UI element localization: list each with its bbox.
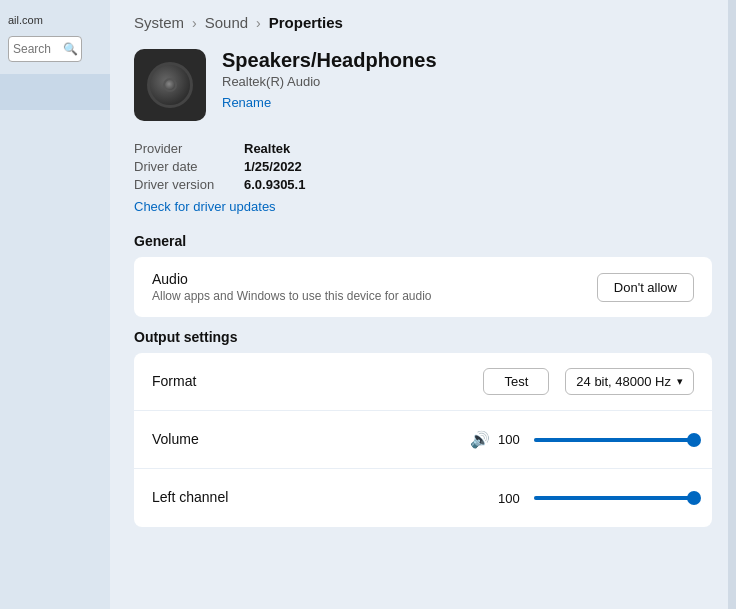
left-channel-slider-thumb[interactable] [687,491,701,505]
audio-sublabel: Allow apps and Windows to use this devic… [152,289,597,303]
breadcrumb-properties: Properties [269,14,343,31]
device-icon [134,49,206,121]
general-panel: Audio Allow apps and Windows to use this… [134,257,712,317]
driver-date-value: 1/25/2022 [244,159,302,174]
rename-link[interactable]: Rename [222,95,271,110]
device-sub: Realtek(R) Audio [222,74,437,89]
driver-date-label: Driver date [134,159,244,174]
check-driver-link[interactable]: Check for driver updates [134,199,276,214]
general-heading: General [134,233,712,249]
format-label: Format [152,373,483,389]
volume-slider-fill [534,438,694,442]
main-content: System › Sound › Properties Speakers/Hea… [110,0,736,553]
volume-row: Volume 🔊 100 [134,411,712,469]
speaker-center [163,78,177,92]
breadcrumb-sep-2: › [256,15,261,31]
driver-provider-value: Realtek [244,141,290,156]
left-channel-controls: 100 [498,491,694,506]
format-label-text: Format [152,373,483,391]
dont-allow-button[interactable]: Don't allow [597,273,694,302]
sidebar-search-box[interactable]: 🔍 [8,36,82,62]
left-channel-slider[interactable] [534,496,694,500]
device-info: Speakers/Headphones Realtek(R) Audio Ren… [222,49,437,111]
driver-date-row: Driver date 1/25/2022 [134,159,712,174]
test-button[interactable]: Test [483,368,549,395]
breadcrumb-system[interactable]: System [134,14,184,31]
format-value: 24 bit, 48000 Hz [576,374,671,389]
sidebar-selected-item [0,74,110,110]
breadcrumb: System › Sound › Properties [134,14,712,31]
volume-label: Volume [152,431,470,447]
scrollbar[interactable] [728,0,736,609]
driver-version-label: Driver version [134,177,244,192]
format-controls: Test 24 bit, 48000 Hz ▾ [483,368,694,395]
audio-row-text: Audio Allow apps and Windows to use this… [152,271,597,303]
left-channel-label: Left channel [152,489,498,505]
output-section: Output settings Format Test 24 bit, 4800… [134,329,712,527]
left-channel-label-text: Left channel [152,489,498,507]
volume-slider-thumb[interactable] [687,433,701,447]
device-name: Speakers/Headphones [222,49,437,72]
driver-version-value: 6.0.9305.1 [244,177,305,192]
volume-slider[interactable] [534,438,694,442]
chevron-down-icon: ▾ [677,375,683,388]
output-panel: Format Test 24 bit, 48000 Hz ▾ Volume [134,353,712,527]
device-card: Speakers/Headphones Realtek(R) Audio Ren… [134,49,712,121]
volume-label-text: Volume [152,431,470,449]
driver-version-row: Driver version 6.0.9305.1 [134,177,712,192]
left-channel-row: Left channel 100 [134,469,712,527]
search-input[interactable] [13,42,63,56]
audio-label: Audio [152,271,597,287]
main-wrapper: System › Sound › Properties Speakers/Hea… [110,0,736,609]
left-channel-slider-fill [534,496,694,500]
format-row: Format Test 24 bit, 48000 Hz ▾ [134,353,712,411]
speaker-graphic [147,62,193,108]
driver-provider-row: Provider Realtek [134,141,712,156]
output-heading: Output settings [134,329,712,345]
audio-row: Audio Allow apps and Windows to use this… [134,257,712,317]
search-icon: 🔍 [63,42,78,56]
driver-info: Provider Realtek Driver date 1/25/2022 D… [134,141,712,215]
volume-value: 100 [498,432,526,447]
format-select[interactable]: 24 bit, 48000 Hz ▾ [565,368,694,395]
breadcrumb-sep-1: › [192,15,197,31]
sidebar-email: ail.com [0,10,51,30]
speaker-icon: 🔊 [470,430,490,449]
breadcrumb-sound[interactable]: Sound [205,14,248,31]
volume-controls: 🔊 100 [470,430,694,449]
driver-provider-label: Provider [134,141,244,156]
sidebar: ail.com 🔍 [0,0,110,609]
left-channel-value: 100 [498,491,526,506]
